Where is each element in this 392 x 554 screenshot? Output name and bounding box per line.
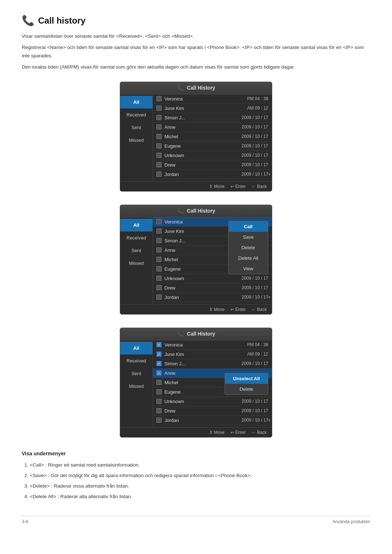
checkbox-p2-5[interactable] bbox=[156, 257, 162, 262]
page-header: 📞 Call history bbox=[22, 15, 370, 26]
table-row[interactable]: Drew 2009 / 10 / 17 bbox=[153, 283, 272, 293]
context-menu-delete-2[interactable]: Delete bbox=[225, 384, 268, 394]
table-row[interactable]: Veronica PM 04 : 38 bbox=[153, 94, 272, 104]
checkbox-p3-6[interactable] bbox=[156, 389, 162, 394]
footer-enter-3: ↩ Enter bbox=[230, 430, 246, 435]
contact-name: Simon J... bbox=[164, 115, 239, 120]
contact-time: AM 09 : 12 bbox=[247, 106, 268, 111]
call-history-icon: 📞 bbox=[22, 15, 34, 26]
desc-1: Visar samtalslistan över senaste samtal … bbox=[22, 32, 370, 41]
sidebar-sent-3[interactable]: Sent bbox=[120, 367, 152, 380]
table-row[interactable]: Anne 2009 / 10 / 17 bbox=[153, 123, 272, 132]
checkbox-7[interactable] bbox=[156, 153, 162, 158]
sidebar-all-1[interactable]: All bbox=[120, 96, 152, 108]
context-menu-save[interactable]: Save bbox=[229, 232, 268, 242]
page-footer-bar: 3-8 Använda produkten bbox=[22, 516, 370, 524]
checkbox-9[interactable] bbox=[156, 172, 162, 177]
table-row[interactable]: Simon J... 2009 / 10 / 17 bbox=[153, 113, 272, 123]
context-menu-view[interactable]: View bbox=[229, 263, 268, 274]
contact-time: 2009 / 10 / 17 bbox=[242, 153, 268, 158]
panel2-body: All Received Sent Missed Veronica June K… bbox=[120, 217, 272, 304]
sidebar-received-3[interactable]: Received bbox=[120, 354, 152, 367]
table-row[interactable]: Drew 2009 / 10 / 17 bbox=[153, 406, 272, 416]
panel2-titlebar: 📞 Call History bbox=[120, 205, 272, 217]
contact-time: PM 04 : 38 bbox=[247, 96, 268, 101]
checkbox-p2-8[interactable] bbox=[156, 285, 162, 290]
sidebar-received-2[interactable]: Received bbox=[120, 231, 152, 244]
table-row[interactable]: ✓ June Kim AM 09 : 12 bbox=[153, 350, 272, 359]
context-menu-delete[interactable]: Delete bbox=[229, 242, 268, 253]
checkbox-5[interactable] bbox=[156, 134, 162, 139]
contact-time: 2009 / 10 / 17 bbox=[242, 172, 268, 177]
checkbox-p2-9[interactable] bbox=[156, 295, 162, 300]
context-menu-call[interactable]: Call bbox=[229, 221, 268, 232]
panel3-body: All Received Sent Missed ✓ Veronica PM 0… bbox=[120, 340, 272, 427]
table-row[interactable]: Jordan 2009 / 10 / 17 ▼ bbox=[153, 293, 272, 302]
checkbox-p3-5[interactable] bbox=[156, 380, 162, 385]
checkbox-2[interactable] bbox=[156, 106, 162, 111]
panel3-footer: ⇕ Move ↩ Enter ← Back bbox=[120, 427, 272, 437]
panel2-footer: ⇕ Move ↩ Enter ← Back bbox=[120, 304, 272, 314]
checkbox-p3-1[interactable]: ✓ bbox=[156, 342, 162, 347]
table-row[interactable]: Drew 2009 / 10 / 17 bbox=[153, 160, 272, 170]
checkbox-p2-3[interactable] bbox=[156, 238, 162, 243]
contact-name: June Kim bbox=[164, 352, 244, 357]
footer-back: ← Back bbox=[252, 184, 267, 189]
table-row[interactable]: Jordan 2009 / 10 / 17 ▼ bbox=[153, 416, 272, 425]
checkbox-6[interactable] bbox=[156, 143, 162, 148]
sidebar-sent-1[interactable]: Sent bbox=[120, 121, 152, 134]
checkbox-3[interactable] bbox=[156, 115, 162, 120]
table-row[interactable]: Unknown 2009 / 10 / 17 bbox=[153, 274, 272, 283]
panel2-icon: 📞 bbox=[177, 208, 184, 214]
sidebar-all-3[interactable]: All bbox=[120, 342, 152, 354]
table-row[interactable]: Michel 2009 / 10 / 17 bbox=[153, 132, 272, 141]
panel1-body: All Received Sent Missed Veronica PM 04 … bbox=[120, 94, 272, 181]
checkbox-p2-7[interactable] bbox=[156, 276, 162, 281]
contact-time: 2009 / 10 / 17 bbox=[242, 295, 268, 300]
checkbox-1[interactable] bbox=[156, 96, 162, 101]
checkbox-p2-4[interactable] bbox=[156, 247, 162, 253]
checkbox-p3-4[interactable]: ✓ bbox=[156, 370, 162, 376]
contact-time: 2009 / 10 / 17 bbox=[242, 134, 268, 139]
checkbox-8[interactable] bbox=[156, 162, 162, 167]
table-row[interactable]: ✓ Simon J... 2009 / 10 / 17 bbox=[153, 359, 272, 369]
table-row[interactable]: Unknown 2009 / 10 / 17 bbox=[153, 151, 272, 160]
checkbox-p3-2[interactable]: ✓ bbox=[156, 352, 162, 357]
sidebar-all-2[interactable]: All bbox=[120, 219, 152, 231]
table-row[interactable]: June Kim AM 09 : 12 bbox=[153, 104, 272, 113]
panel3-list: ✓ Veronica PM 04 : 38 ✓ June Kim AM 09 :… bbox=[153, 340, 272, 427]
footer-move-3: ⇕ Move bbox=[209, 430, 225, 435]
context-menu-unselect-all[interactable]: Unselect All bbox=[225, 373, 268, 384]
panel1-icon: 📞 bbox=[177, 85, 184, 91]
contact-name: Jordan bbox=[164, 172, 239, 177]
checkbox-p3-8[interactable] bbox=[156, 408, 162, 413]
checkbox-p2-6[interactable] bbox=[156, 266, 162, 271]
sidebar-missed-2[interactable]: Missed bbox=[120, 257, 152, 270]
checkbox-p3-9[interactable] bbox=[156, 418, 162, 423]
page-footer-right: Använda produkten bbox=[332, 519, 370, 524]
contact-time: 2009 / 10 / 17 bbox=[242, 162, 268, 167]
panel2-sidebar: All Received Sent Missed bbox=[120, 217, 153, 304]
desc-2: Registrerat <Name> och tiden för senaste… bbox=[22, 44, 370, 60]
table-row[interactable]: Jordan 2009 / 10 / 17 ▼ bbox=[153, 170, 272, 179]
sidebar-received-1[interactable]: Received bbox=[120, 108, 152, 121]
checkbox-4[interactable] bbox=[156, 124, 162, 130]
contact-name: Drew bbox=[164, 162, 239, 168]
panel1-list: Veronica PM 04 : 38 June Kim AM 09 : 12 … bbox=[153, 94, 272, 181]
context-menu-delete-all[interactable]: Delete All bbox=[229, 253, 268, 263]
sidebar-missed-1[interactable]: Missed bbox=[120, 134, 152, 147]
panel3-titlebar: 📞 Call History bbox=[120, 328, 272, 340]
context-menu-2: Unselect All Delete bbox=[225, 373, 268, 395]
table-row[interactable]: Eugene 2009 / 10 / 17 bbox=[153, 141, 272, 151]
checkbox-p3-7[interactable] bbox=[156, 399, 162, 404]
checkbox-p3-3[interactable]: ✓ bbox=[156, 361, 162, 366]
sidebar-missed-3[interactable]: Missed bbox=[120, 380, 152, 393]
contact-time: 2009 / 10 / 17 bbox=[242, 143, 268, 148]
table-row[interactable]: Unknown 2009 / 10 / 17 bbox=[153, 397, 272, 406]
contact-time: 2009 / 10 / 17 bbox=[242, 285, 268, 290]
table-row[interactable]: ✓ Veronica PM 04 : 38 bbox=[153, 340, 272, 350]
checkbox-p2-1[interactable] bbox=[156, 219, 162, 224]
description-block: Visar samtalslistan över senaste samtal … bbox=[22, 32, 370, 71]
sidebar-sent-2[interactable]: Sent bbox=[120, 244, 152, 257]
checkbox-p2-2[interactable] bbox=[156, 229, 162, 234]
